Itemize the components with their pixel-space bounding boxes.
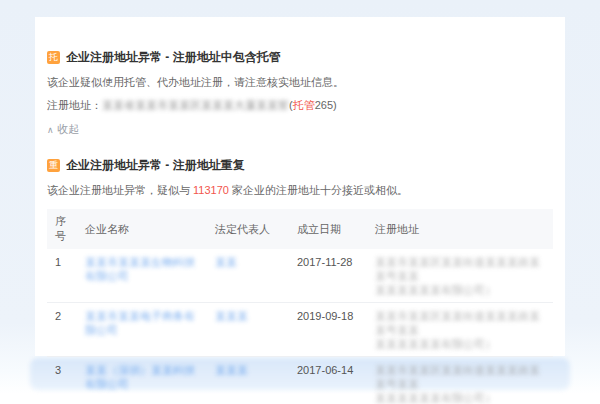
section-duplicate-desc: 该企业注册地址异常，疑似与 113170 家企业的注册地址十分接近或相似。 — [47, 183, 553, 198]
section-duplicate-title-row: 重 企业注册地址异常 - 注册地址重复 — [47, 157, 553, 174]
collapse-label: 收起 — [58, 122, 80, 137]
duplicate-desc-prefix: 该企业注册地址异常，疑似与 — [47, 184, 193, 196]
table-row: 3 某某（深圳）某某科技有限公司 某某某 2017-06-14 某某市某某区某某… — [47, 357, 553, 404]
paren-close: ) — [333, 99, 337, 111]
legal-rep-link[interactable]: 某某 — [215, 256, 237, 268]
section-hosting-title-row: 托 企业注册地址异常 - 注册地址中包含托管 — [47, 49, 553, 66]
cell-legal-rep: 某某某 — [207, 357, 289, 404]
legal-rep-link[interactable]: 某某某 — [215, 310, 248, 322]
chevron-up-icon: ∧ — [47, 125, 54, 135]
cell-index: 1 — [47, 249, 77, 303]
header-company: 企业名称 — [77, 209, 207, 249]
report-card: 托 企业注册地址异常 - 注册地址中包含托管 该企业疑似使用托管、代办地址注册，… — [35, 17, 565, 356]
table-row: 2 某某市某某电子商务有限公司 某某某 2019-09-18 某某市某某区某某街… — [47, 303, 553, 357]
company-link[interactable]: 某某（深圳）某某科技有限公司 — [85, 364, 195, 390]
header-index: 序号 — [47, 209, 77, 249]
company-link[interactable]: 某某市某某某生物科技有限公司 — [85, 256, 195, 282]
header-founded-date: 成立日期 — [289, 209, 367, 249]
duplicate-match-count: 113170 — [193, 184, 229, 196]
cell-legal-rep: 某某 — [207, 249, 289, 303]
cell-founded-date: 2017-11-28 — [289, 249, 367, 303]
address-line1-blurred: 某某市某某区某某街道某某某路某某号某某 — [375, 364, 540, 390]
cell-registered-address: 某某市某某区某某街道某某某路某某号某某 某某某某某某有限公司） — [367, 357, 553, 404]
header-legal-rep: 法定代表人 — [207, 209, 289, 249]
duplicate-badge-icon: 重 — [47, 159, 60, 172]
cell-company: 某某市某某电子商务有限公司 — [77, 303, 207, 357]
cell-registered-address: 某某市某某区某某街道某某某路某某号某某 某某某某某某有限公司） — [367, 303, 553, 357]
hosting-badge-icon: 托 — [47, 51, 60, 64]
section-duplicate-title: 企业注册地址异常 - 注册地址重复 — [66, 157, 245, 174]
duplicate-desc-suffix: 家企业的注册地址十分接近或相似。 — [229, 184, 408, 196]
cell-company: 某某（深圳）某某科技有限公司 — [77, 357, 207, 404]
legal-rep-link[interactable]: 某某某 — [215, 364, 248, 376]
company-link[interactable]: 某某市某某电子商务有限公司 — [85, 310, 195, 336]
cell-index: 3 — [47, 357, 77, 404]
cell-founded-date: 2019-09-18 — [289, 303, 367, 357]
cell-legal-rep: 某某某 — [207, 303, 289, 357]
table-row: 1 某某市某某某生物科技有限公司 某某 2017-11-28 某某市某某区某某街… — [47, 249, 553, 303]
hosting-tag-text: 托管 — [293, 99, 315, 111]
registered-address-label: 注册地址： — [47, 99, 102, 111]
table-header-row: 序号 企业名称 法定代表人 成立日期 注册地址 — [47, 209, 553, 249]
cell-index: 2 — [47, 303, 77, 357]
collapse-toggle[interactable]: ∧ 收起 — [47, 122, 80, 137]
address-line1-blurred: 某某市某某区某某街道某某某路某某号某某 — [375, 310, 540, 336]
section-hosting-desc: 该企业疑似使用托管、代办地址注册，请注意核实地址信息。 — [47, 75, 553, 90]
cell-founded-date: 2017-06-14 — [289, 357, 367, 404]
cell-registered-address: 某某市某某区某某街道某某某路某某号某某 某某某某某某有限公司） — [367, 249, 553, 303]
address-line1-blurred: 某某市某某区某某街道某某某路某某号某某 — [375, 256, 540, 282]
address-line2-blurred: 某某某某某某有限公司） — [375, 392, 496, 404]
registered-address-line: 注册地址：某某省某某市某某区某某某大厦某某室(托管265) — [47, 98, 553, 113]
section-hosting-title: 企业注册地址异常 - 注册地址中包含托管 — [66, 49, 281, 66]
dup-table-body: 1 某某市某某某生物科技有限公司 某某 2017-11-28 某某市某某区某某街… — [47, 249, 553, 404]
cell-company: 某某市某某某生物科技有限公司 — [77, 249, 207, 303]
header-registered-address: 注册地址 — [367, 209, 553, 249]
address-line2-blurred: 某某某某某某有限公司） — [375, 284, 496, 296]
hosting-tag-count: 265 — [315, 99, 333, 111]
address-line2-blurred: 某某某某某某有限公司） — [375, 338, 496, 350]
duplicate-address-table: 序号 企业名称 法定代表人 成立日期 注册地址 1 某某市某某某生物科技有限公司… — [47, 209, 553, 404]
registered-address-value-blurred: 某某省某某市某某区某某某大厦某某室 — [102, 99, 289, 111]
